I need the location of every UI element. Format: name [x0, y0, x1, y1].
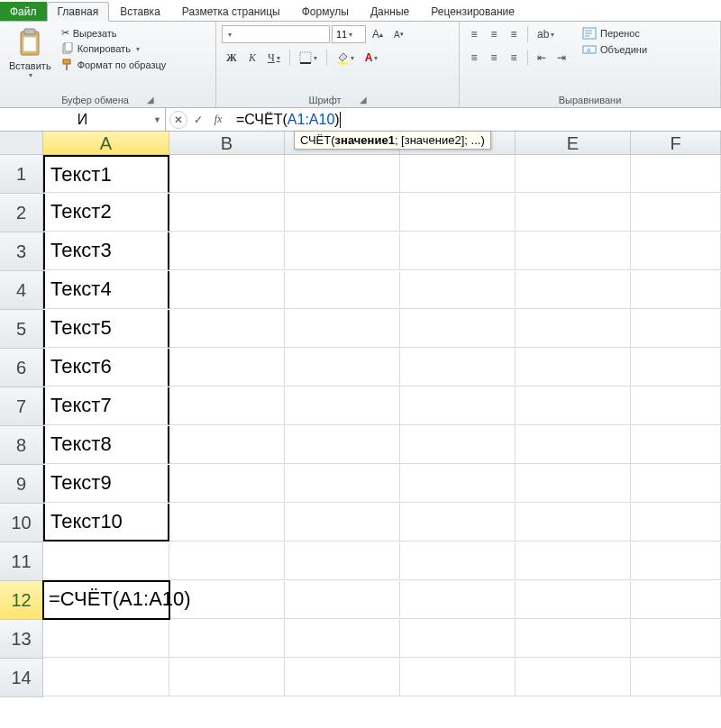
cell[interactable]: [285, 581, 400, 619]
cell[interactable]: [516, 194, 631, 232]
align-bottom-icon[interactable]: ≡: [505, 24, 523, 44]
cell[interactable]: [631, 155, 721, 193]
cell[interactable]: [285, 271, 400, 309]
align-left-icon[interactable]: ≡: [465, 48, 483, 68]
cell[interactable]: [169, 232, 285, 270]
formula-input[interactable]: =СЧЁТ(A1:A10): [231, 108, 721, 131]
increase-indent-icon[interactable]: ⇥: [552, 48, 570, 68]
tab-review[interactable]: Рецензирование: [420, 2, 525, 21]
cell[interactable]: [400, 194, 516, 232]
cell[interactable]: [631, 465, 721, 503]
spreadsheet-grid[interactable]: A B C D E F 1 Текст1 2 Текст2 3 Текст3 4…: [0, 132, 721, 697]
bold-button[interactable]: Ж: [222, 48, 242, 68]
cell[interactable]: [169, 387, 285, 425]
cell-a7[interactable]: Текст7: [43, 387, 169, 425]
dialog-launcher-icon[interactable]: ◢: [360, 95, 367, 105]
col-header-a[interactable]: A: [43, 132, 169, 155]
cell[interactable]: [400, 659, 516, 696]
row-header[interactable]: 8: [0, 426, 43, 465]
cell[interactable]: [631, 271, 721, 309]
cell-a13[interactable]: [43, 620, 169, 658]
orientation-button[interactable]: ab▾: [533, 24, 559, 44]
cell[interactable]: [516, 155, 631, 193]
cell[interactable]: [631, 310, 721, 348]
fx-button[interactable]: fx: [209, 111, 227, 129]
cell[interactable]: [516, 581, 631, 619]
row-header[interactable]: 14: [0, 659, 43, 697]
cell[interactable]: [169, 542, 285, 580]
row-header[interactable]: 4: [0, 271, 43, 310]
italic-button[interactable]: К: [243, 48, 261, 68]
enter-formula-icon[interactable]: ✓: [189, 111, 207, 129]
fill-color-button[interactable]: ▾: [332, 48, 359, 68]
cell[interactable]: [516, 271, 631, 309]
dialog-launcher-icon[interactable]: ◢: [147, 95, 154, 105]
cell[interactable]: [285, 465, 400, 503]
row-header[interactable]: 7: [0, 387, 43, 426]
cell[interactable]: [400, 504, 516, 541]
cell-a14[interactable]: [43, 659, 169, 696]
row-header[interactable]: 1: [0, 155, 43, 194]
row-header[interactable]: 3: [0, 232, 43, 271]
cell[interactable]: [631, 581, 721, 619]
cell[interactable]: [516, 310, 631, 348]
cell[interactable]: [516, 426, 631, 464]
tab-file[interactable]: Файл: [0, 2, 47, 21]
align-middle-icon[interactable]: ≡: [485, 24, 503, 44]
cell-a2[interactable]: Текст2: [43, 194, 169, 232]
wrap-text-button[interactable]: Перенос: [580, 26, 650, 41]
increase-font-icon[interactable]: A▴: [368, 24, 388, 44]
cell-a5[interactable]: Текст5: [43, 310, 169, 348]
decrease-font-icon[interactable]: A▾: [389, 24, 408, 44]
font-size-selector[interactable]: 11 ▾: [332, 25, 366, 43]
copy-button[interactable]: Копировать ▾: [59, 41, 169, 56]
row-header[interactable]: 6: [0, 349, 43, 387]
cell[interactable]: [631, 620, 721, 658]
cell[interactable]: [285, 349, 400, 387]
cell[interactable]: [169, 155, 285, 193]
cell[interactable]: [400, 387, 516, 425]
name-box[interactable]: И ▼: [0, 108, 166, 131]
tab-home[interactable]: Главная: [47, 2, 110, 22]
cell[interactable]: [516, 659, 631, 696]
cell[interactable]: [285, 620, 400, 658]
font-color-button[interactable]: A▾: [360, 48, 383, 68]
select-all-corner[interactable]: [0, 132, 43, 155]
cell-a8[interactable]: Текст8: [43, 426, 169, 464]
cell[interactable]: [400, 465, 516, 503]
row-header[interactable]: 12: [0, 581, 43, 620]
row-header[interactable]: 13: [0, 620, 43, 659]
cell-a6[interactable]: Текст6: [43, 349, 169, 387]
borders-button[interactable]: ▾: [295, 48, 322, 68]
cell[interactable]: [516, 232, 631, 270]
row-header[interactable]: 9: [0, 465, 43, 504]
col-header-f[interactable]: F: [631, 132, 721, 155]
cell[interactable]: [285, 387, 400, 425]
cell[interactable]: [631, 504, 721, 541]
cell[interactable]: [285, 194, 400, 232]
cell[interactable]: [516, 349, 631, 387]
cell[interactable]: [631, 426, 721, 464]
cell[interactable]: [400, 581, 516, 619]
format-painter-button[interactable]: Формат по образцу: [59, 58, 169, 72]
cell[interactable]: [400, 155, 516, 193]
cell[interactable]: [285, 155, 400, 193]
row-header[interactable]: 10: [0, 504, 43, 542]
tab-formulas[interactable]: Формулы: [291, 2, 360, 21]
cell[interactable]: [631, 542, 721, 580]
cancel-formula-icon[interactable]: ✕: [169, 111, 187, 129]
row-header[interactable]: 5: [0, 310, 43, 349]
cell[interactable]: [516, 542, 631, 580]
underline-button[interactable]: Ч▾: [263, 48, 285, 68]
tab-page-layout[interactable]: Разметка страницы: [171, 2, 291, 21]
row-header[interactable]: 11: [0, 542, 43, 581]
cell[interactable]: [400, 271, 516, 309]
cell[interactable]: [516, 504, 631, 541]
cell[interactable]: [631, 232, 721, 270]
col-header-e[interactable]: E: [516, 132, 631, 155]
cell[interactable]: [169, 271, 285, 309]
merge-button[interactable]: a Объедини: [580, 42, 650, 57]
cell[interactable]: [285, 310, 400, 348]
paste-button[interactable]: Вставить ▾: [5, 24, 55, 81]
cell[interactable]: [285, 542, 400, 580]
